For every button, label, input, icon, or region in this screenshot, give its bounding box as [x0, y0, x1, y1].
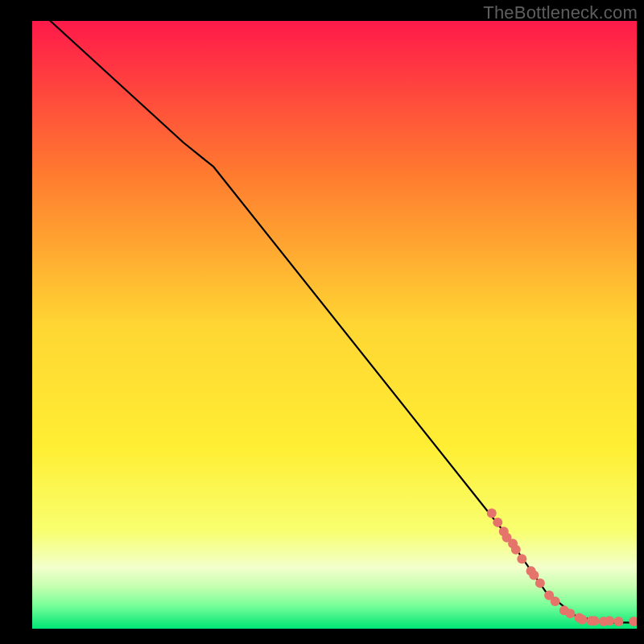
chart-marker	[577, 615, 587, 625]
chart-marker	[589, 616, 599, 625]
chart-marker	[529, 571, 539, 580]
chart-background-gradient	[32, 21, 637, 629]
chart-marker	[511, 545, 521, 555]
chart-svg	[32, 21, 637, 629]
chart-marker	[551, 597, 560, 606]
chart-marker	[613, 617, 623, 626]
chart-marker	[487, 509, 497, 518]
chart-marker	[517, 554, 526, 564]
chart-marker	[605, 616, 614, 625]
chart-frame: TheBottleneck.com	[0, 0, 644, 644]
chart-marker	[565, 609, 575, 618]
chart-marker	[535, 578, 545, 588]
chart-marker	[493, 518, 502, 527]
watermark-label: TheBottleneck.com	[483, 2, 638, 23]
chart-plot-area	[32, 21, 637, 629]
